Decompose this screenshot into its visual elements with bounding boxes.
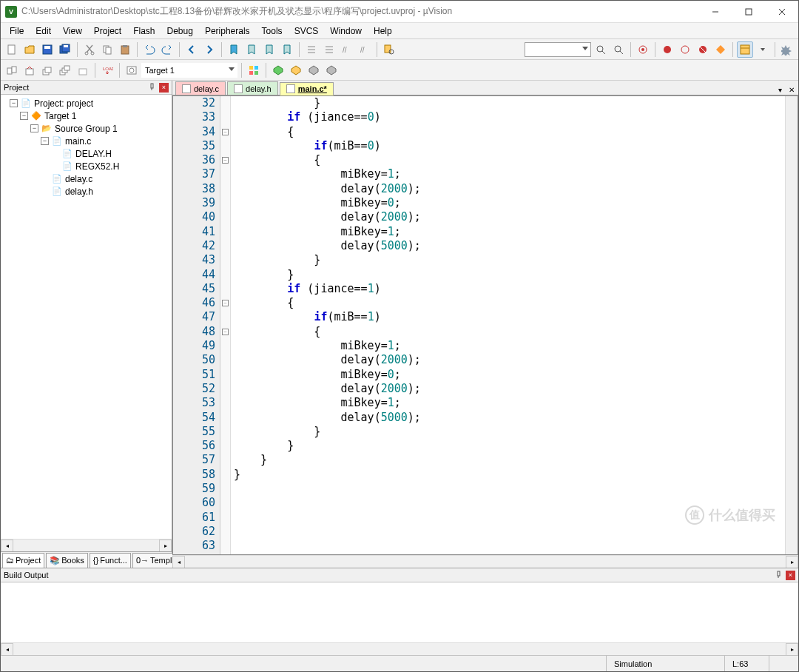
undo-icon[interactable] (141, 41, 158, 58)
pack-installer-icon[interactable] (306, 62, 322, 78)
build-output-panel: Build Output × ◂▸ (1, 568, 798, 655)
find-in-files-icon[interactable] (381, 41, 397, 58)
bookmark-next-icon[interactable] (261, 41, 277, 58)
pack-refresh-icon[interactable] (323, 62, 340, 78)
menu-help[interactable]: Help (368, 24, 398, 38)
menu-project[interactable]: Project (88, 24, 127, 38)
comment-icon[interactable]: // (339, 41, 355, 58)
svg-rect-15 (123, 45, 127, 47)
save-icon[interactable] (39, 41, 55, 58)
copy-icon[interactable] (99, 41, 115, 58)
tabs-close-icon[interactable]: ✕ (786, 84, 797, 95)
build-hscroll[interactable]: ◂▸ (1, 642, 798, 655)
open-file-icon[interactable] (21, 41, 38, 58)
menu-view[interactable]: View (57, 24, 88, 38)
editor-hscroll[interactable]: ◂▸ (172, 555, 798, 568)
menu-bar: File Edit View Project Flash Debug Perip… (1, 23, 798, 39)
build-toolbar: LOAD Target 1 (1, 60, 798, 81)
bookmark-toggle-icon[interactable] (226, 41, 242, 58)
svg-rect-45 (254, 66, 258, 70)
svg-point-22 (615, 46, 621, 52)
menu-peripherals[interactable]: Peripherals (199, 24, 256, 38)
menu-window[interactable]: Window (324, 24, 368, 38)
debug-icon[interactable] (635, 41, 651, 58)
tree-target[interactable]: −🔶Target 1 (2, 110, 170, 122)
editor-vscroll[interactable] (785, 96, 798, 554)
editor-area: delay.c delay.h main.c* ▾ ✕ 323334353637… (172, 81, 798, 568)
stop-build-icon[interactable] (75, 62, 91, 78)
search-box[interactable] (525, 42, 591, 57)
editor-tab-delay-h[interactable]: delay.h (227, 81, 278, 95)
redo-icon[interactable] (159, 41, 175, 58)
tree-file-delay-h[interactable]: 📄delay.h (2, 185, 170, 198)
paste-icon[interactable] (117, 41, 133, 58)
menu-svcs[interactable]: SVCS (289, 24, 325, 38)
panel-tab-project[interactable]: 🗂Project (2, 553, 44, 568)
download-icon[interactable]: LOAD (99, 62, 115, 78)
svg-rect-32 (7, 68, 12, 74)
translate-icon[interactable] (4, 62, 20, 78)
status-bar: Simulation L:63 (1, 655, 798, 671)
incremental-find-icon[interactable] (610, 41, 627, 58)
bookmark-prev-icon[interactable] (243, 41, 260, 58)
new-file-icon[interactable] (4, 41, 20, 58)
project-hscroll[interactable]: ◂▸ (1, 539, 172, 551)
menu-edit[interactable]: Edit (30, 24, 57, 38)
maximize-button[interactable] (732, 1, 765, 23)
build-icon[interactable] (21, 62, 38, 78)
svg-text://: // (360, 46, 365, 54)
outdent-icon[interactable] (321, 41, 337, 58)
pin-icon[interactable] (148, 83, 157, 92)
find-icon[interactable] (593, 41, 609, 58)
breakpoint-kill-icon[interactable] (695, 41, 711, 58)
menu-flash[interactable]: Flash (127, 24, 161, 38)
window-layout-icon[interactable] (737, 41, 753, 58)
nav-forward-icon[interactable] (201, 41, 218, 58)
manage-components-icon[interactable] (246, 62, 262, 78)
tree-group[interactable]: −📂Source Group 1 (2, 122, 170, 135)
code-editor[interactable]: } if (jiance==0) { if(miB==0) { miBkey=1… (231, 96, 785, 554)
tree-file-main-c[interactable]: −📄main.c (2, 135, 170, 147)
editor-tab-delay-c[interactable]: delay.c (175, 81, 226, 95)
tree-file-delay-c[interactable]: 📄delay.c (2, 172, 170, 185)
breakpoint-disable-icon[interactable] (677, 41, 693, 58)
save-all-icon[interactable] (57, 41, 73, 58)
tree-file-delay-h-inc[interactable]: 📄DELAY.H (2, 147, 170, 160)
manage-rte-icon[interactable] (270, 62, 286, 78)
tree-file-regx52[interactable]: 📄REGX52.H (2, 160, 170, 172)
batch-build-icon[interactable] (57, 62, 73, 78)
target-options-icon[interactable] (124, 62, 140, 78)
build-close-icon[interactable]: × (786, 571, 795, 580)
project-tree[interactable]: −📄Project: project −🔶Target 1 −📂Source G… (1, 95, 172, 539)
fold-column[interactable]: −−−− (220, 96, 231, 554)
tabs-dropdown-icon[interactable]: ▾ (775, 84, 785, 95)
close-button[interactable] (765, 1, 798, 23)
project-panel-tabs: 🗂Project 📚Books {}Funct... 0→Templ... (1, 551, 172, 568)
build-pin-icon[interactable] (775, 571, 783, 579)
dropdown-arrow-icon[interactable] (755, 41, 771, 58)
menu-tools[interactable]: Tools (256, 24, 289, 38)
menu-debug[interactable]: Debug (161, 24, 199, 38)
project-panel-title: Project (4, 83, 148, 92)
breakpoint-diamond-icon[interactable] (712, 41, 729, 58)
indent-icon[interactable] (303, 41, 320, 58)
tree-project-root[interactable]: −📄Project: project (2, 97, 170, 110)
panel-close-icon[interactable]: × (159, 83, 169, 93)
rebuild-icon[interactable] (39, 62, 55, 78)
nav-back-icon[interactable] (183, 41, 200, 58)
minimize-button[interactable] (698, 1, 732, 23)
menu-file[interactable]: File (4, 24, 30, 38)
line-gutter[interactable]: 3233343536373839404142434445464748495051… (173, 96, 220, 554)
build-output-body[interactable] (1, 582, 798, 642)
panel-tab-functions[interactable]: {}Funct... (90, 553, 131, 568)
editor-tab-main-c[interactable]: main.c* (280, 82, 334, 95)
select-packs-icon[interactable] (288, 62, 304, 78)
uncomment-icon[interactable]: // (357, 41, 373, 58)
breakpoint-icon[interactable] (659, 41, 675, 58)
svg-rect-34 (26, 69, 33, 75)
cut-icon[interactable] (81, 41, 98, 58)
panel-tab-books[interactable]: 📚Books (46, 553, 88, 568)
bookmark-clear-icon[interactable] (279, 41, 295, 58)
target-select[interactable]: Target 1 (141, 63, 237, 78)
configure-icon[interactable] (779, 41, 795, 58)
